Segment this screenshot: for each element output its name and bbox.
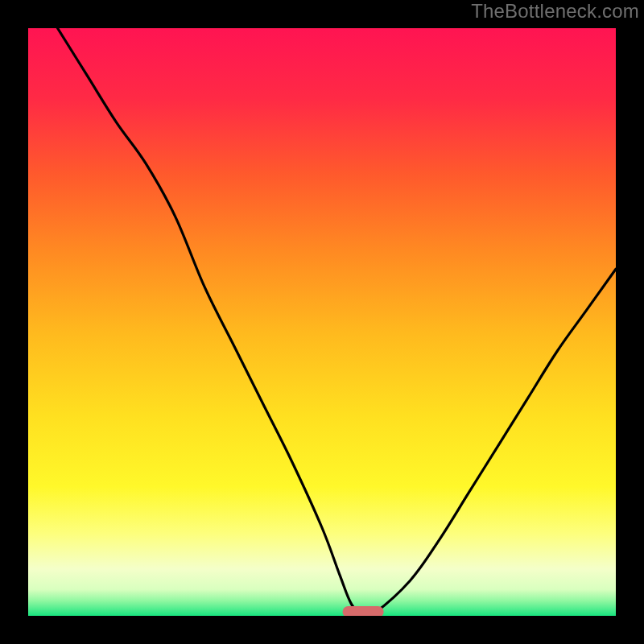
watermark-text: TheBottleneck.com	[471, 0, 639, 23]
plot-area	[28, 28, 616, 616]
chart-stage: TheBottleneck.com	[0, 0, 644, 644]
plot-svg	[28, 28, 616, 616]
bottleneck-marker	[343, 606, 384, 616]
